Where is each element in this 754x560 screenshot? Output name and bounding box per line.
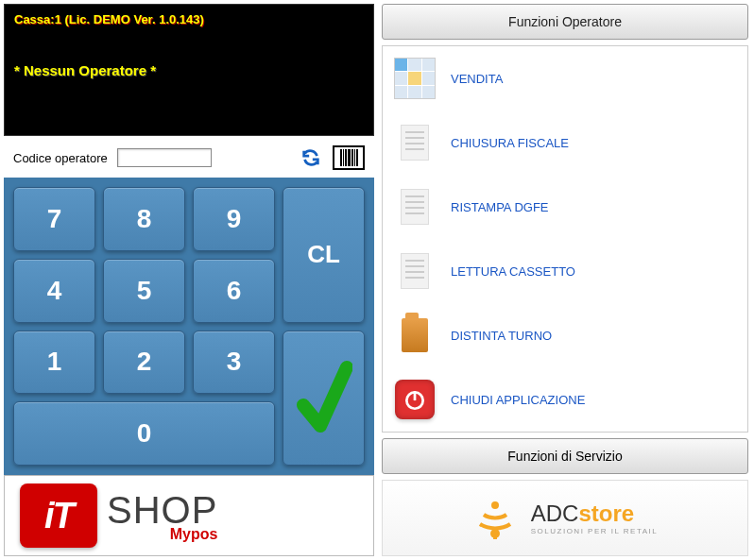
refresh-icon[interactable]	[299, 145, 323, 170]
key-8[interactable]: 8	[103, 187, 185, 251]
key-clear[interactable]: CL	[283, 187, 365, 323]
operator-code-input[interactable]	[117, 148, 212, 167]
func-distinta-turno[interactable]: DISTINTA TURNO	[388, 313, 742, 358]
receipt-icon	[394, 122, 436, 163]
adc-tagline: SOLUZIONI PER IL RETAIL	[531, 527, 659, 535]
svg-rect-3	[493, 534, 497, 539]
power-icon	[394, 379, 436, 420]
func-label: LETTURA CASSETTO	[451, 264, 575, 279]
operator-functions-list: VENDITA CHIUSURA FISCALE RISTAMPA DGFE L…	[382, 45, 748, 433]
key-6[interactable]: 6	[193, 259, 275, 323]
key-confirm[interactable]	[283, 331, 365, 467]
it-badge-icon: iT	[20, 484, 97, 548]
func-vendita[interactable]: VENDITA	[388, 56, 742, 101]
operator-status: * Nessun Operatore *	[14, 62, 364, 78]
keypad: 7 8 9 CL 4 5 6 1 2 3 0	[4, 178, 374, 475]
operator-functions-header[interactable]: Funzioni Operatore	[382, 4, 748, 40]
func-label: CHIUDI APPLICAZIONE	[451, 393, 585, 407]
receipt-icon	[394, 186, 436, 228]
key-9[interactable]: 9	[193, 187, 275, 251]
func-chiusura-fiscale[interactable]: CHIUSURA FISCALE	[388, 120, 742, 165]
receipt-icon	[394, 250, 436, 292]
service-functions-header[interactable]: Funzioni di Servizio	[382, 438, 748, 474]
adc-text: ADCstore SOLUZIONI PER IL RETAIL	[531, 501, 659, 535]
func-label: RISTAMPA DGFE	[451, 200, 549, 214]
key-0[interactable]: 0	[13, 401, 275, 466]
func-chiudi-applicazione[interactable]: CHIUDI APPLICAZIONE	[388, 377, 742, 422]
func-label: DISTINTA TURNO	[451, 329, 552, 343]
grid-icon	[394, 58, 436, 99]
func-lettura-cassetto[interactable]: LETTURA CASSETTO	[388, 248, 742, 294]
right-logo: ADCstore SOLUZIONI PER IL RETAIL	[382, 480, 748, 556]
func-label: VENDITA	[451, 72, 503, 86]
register-title: Cassa:1 (Lic. DEMO Ver. 1.0.143)	[14, 12, 364, 26]
shop-text: SHOP Mypos	[107, 489, 217, 543]
key-2[interactable]: 2	[103, 331, 185, 395]
func-label: CHIUSURA FISCALE	[451, 136, 569, 150]
key-3[interactable]: 3	[193, 331, 275, 395]
right-panel: Funzioni Operatore VENDITA CHIUSURA FISC…	[382, 4, 748, 556]
key-1[interactable]: 1	[13, 331, 95, 395]
func-ristampa-dgfe[interactable]: RISTAMPA DGFE	[388, 184, 742, 229]
adc-mark-icon	[472, 496, 518, 541]
shop-line2: Mypos	[170, 526, 218, 543]
folder-icon	[394, 314, 436, 356]
adc-brand: ADCstore	[531, 501, 659, 527]
register-display: Cassa:1 (Lic. DEMO Ver. 1.0.143) * Nessu…	[4, 4, 374, 136]
operator-label: Codice operatore	[13, 151, 108, 165]
operator-row: Codice operatore	[4, 145, 374, 170]
left-panel: Cassa:1 (Lic. DEMO Ver. 1.0.143) * Nessu…	[4, 4, 374, 556]
left-logo: iT SHOP Mypos	[4, 475, 374, 556]
key-5[interactable]: 5	[103, 259, 185, 323]
key-7[interactable]: 7	[13, 187, 95, 251]
key-4[interactable]: 4	[13, 259, 95, 323]
barcode-icon[interactable]	[333, 145, 365, 170]
